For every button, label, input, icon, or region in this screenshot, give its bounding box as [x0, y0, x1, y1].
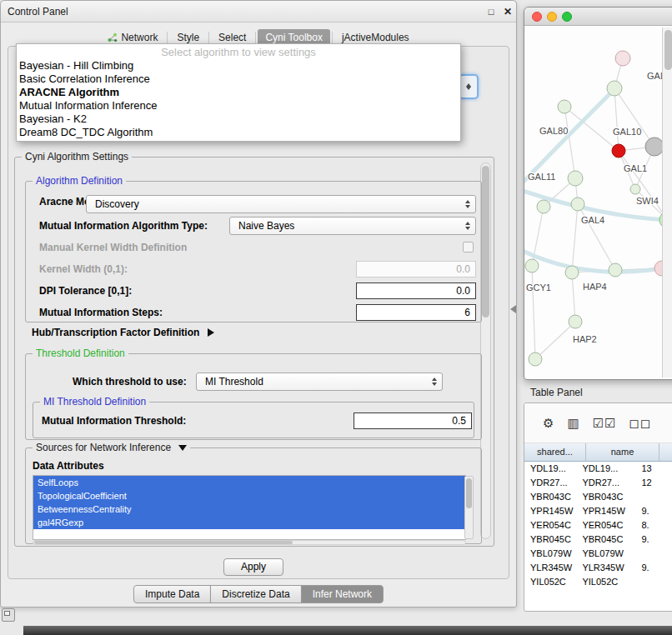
- sources-legend-toggle[interactable]: Sources for Network Inference: [33, 442, 190, 453]
- table-row[interactable]: YER054CYER054C8.: [524, 518, 672, 532]
- data-attributes-list[interactable]: SelfLoopsTopologicalCoefficientBetweenne…: [33, 475, 466, 540]
- mi-threshold-legend: MI Threshold Definition: [40, 396, 149, 408]
- network-canvas[interactable]: GAL7GAL80GAL10GAL11GAL1SWI4GAL4GCY1HAP4H…: [524, 26, 672, 380]
- table-cell: YIL052C: [524, 575, 576, 589]
- attributes-scrollbar-thumb[interactable]: [466, 478, 472, 508]
- dropdown-item-basic-correlation-inference[interactable]: Basic Correlation Inference: [17, 72, 460, 86]
- dpi-tolerance-field[interactable]: 0.0: [356, 282, 476, 299]
- network-node-2[interactable]: [558, 100, 571, 113]
- bottom-tab-impute-data[interactable]: Impute Data: [133, 585, 211, 603]
- kernel-width-field[interactable]: 0.0: [356, 261, 476, 278]
- network-graph[interactable]: GAL7GAL80GAL10GAL11GAL1SWI4GAL4GCY1HAP4H…: [524, 26, 672, 380]
- network-node-10[interactable]: [609, 263, 622, 277]
- table-row[interactable]: YPR145WYPR145W9.: [524, 504, 672, 518]
- dropdown-item-dream8-dc-tdc-algorithm[interactable]: Dream8 DC_TDC Algorithm: [17, 126, 460, 139]
- control-panel-window: Control Panel □ ✕ NetworkStyleSelectCyni…: [0, 0, 517, 608]
- tab-label: Cyni Toolbox: [265, 32, 322, 43]
- hub-definition-toggle[interactable]: Hub/Transcription Factor Definition: [32, 327, 214, 338]
- select-all-checks-icon[interactable]: ☑☑: [593, 416, 617, 431]
- apply-button[interactable]: Apply: [223, 558, 283, 576]
- table-toolbar: ⚙▥☑☑◻◻: [524, 403, 672, 443]
- network-node-15[interactable]: [529, 352, 542, 366]
- network-node-0[interactable]: [615, 51, 630, 66]
- tab-separator: [255, 32, 256, 43]
- attributes-hscrollbar[interactable]: [33, 540, 466, 545]
- minimize-traffic-light[interactable]: [547, 12, 557, 22]
- floating-panel-inner-icon: [4, 611, 10, 616]
- network-vscrollbar[interactable]: [662, 28, 672, 378]
- network-node-3[interactable]: [612, 144, 625, 158]
- network-node-14[interactable]: [569, 315, 582, 328]
- dropdown-item-bayesian-k2[interactable]: Bayesian - K2: [17, 112, 460, 126]
- mi-type-combo[interactable]: Naive Bayes: [229, 217, 476, 235]
- table-cell: YBL079W: [524, 547, 576, 561]
- network-edge: [614, 88, 619, 151]
- table-cell: YBL079W: [576, 547, 638, 561]
- cyni-algorithm-settings-group: Cyni Algorithm Settings Algorithm Defini…: [14, 157, 494, 547]
- bottom-tab-infer-network[interactable]: Infer Network: [301, 585, 384, 603]
- network-node-12[interactable]: [565, 266, 579, 279]
- dropdown-items: Bayesian - Hill ClimbingBasic Correlatio…: [17, 59, 460, 139]
- attribute-item-gal4rgexp[interactable]: gal4RGexp: [33, 516, 465, 529]
- table-cell: YER054C: [524, 518, 576, 532]
- dropdown-item-aracne-algorithm[interactable]: ARACNE Algorithm: [17, 86, 460, 99]
- column-header-name[interactable]: name: [586, 443, 659, 462]
- attributes-scrollbar[interactable]: [464, 476, 474, 539]
- table-row[interactable]: YBR043CYBR043C: [524, 490, 672, 504]
- dropdown-item-mutual-information-inference[interactable]: Mutual Information Inference: [17, 99, 460, 112]
- table-row[interactable]: YLR345WYLR345W9.: [524, 561, 672, 575]
- network-node-label-gal4: GAL4: [581, 215, 604, 225]
- network-node-4[interactable]: [645, 138, 664, 156]
- table-row[interactable]: YDL19...YDL19...13: [524, 462, 672, 476]
- floating-panel-icon[interactable]: [2, 608, 15, 622]
- zoom-traffic-light[interactable]: [562, 12, 572, 22]
- manual-kernel-checkbox[interactable]: [463, 242, 474, 252]
- hub-definition-label: Hub/Transcription Factor Definition: [32, 327, 199, 338]
- table-row[interactable]: YIL052CYIL052C: [524, 575, 672, 589]
- attribute-item-selfloops[interactable]: SelfLoops: [33, 476, 465, 489]
- network-node-9[interactable]: [571, 198, 584, 211]
- combo-arrows-icon: [460, 200, 475, 208]
- column-header-shared[interactable]: shared...: [524, 443, 586, 462]
- close-traffic-light[interactable]: [532, 12, 542, 22]
- network-icon: [108, 32, 118, 42]
- mi-steps-field[interactable]: 6: [356, 304, 476, 321]
- algorithm-combo-arrow-fragment[interactable]: [459, 74, 479, 99]
- network-node-6[interactable]: [630, 184, 640, 194]
- algorithm-definition-group: Algorithm Definition Aracne Mode: Discov…: [25, 181, 482, 322]
- network-node-5[interactable]: [568, 171, 583, 186]
- aracne-mode-value: Discovery: [87, 198, 460, 210]
- restore-window-icon[interactable]: □: [484, 5, 498, 18]
- mi-threshold-field[interactable]: 0.5: [354, 412, 472, 429]
- table-row[interactable]: YBL079WYBL079W: [524, 547, 672, 561]
- settings-gear-icon[interactable]: ⚙: [543, 416, 554, 431]
- clear-checks-icon[interactable]: ◻◻: [629, 416, 652, 431]
- dropdown-item-bayesian-hill-climbing[interactable]: Bayesian - Hill Climbing: [17, 59, 460, 72]
- aracne-mode-combo[interactable]: Discovery: [86, 195, 476, 213]
- manual-kernel-label: Manual Kernel Width Definition: [39, 238, 187, 257]
- which-threshold-combo[interactable]: MI Threshold: [196, 372, 443, 391]
- table-row[interactable]: YBR045CYBR045C9.: [524, 532, 672, 547]
- table-cell: [638, 490, 672, 504]
- table-row[interactable]: YDR27...YDR27...12: [524, 476, 672, 490]
- table-body: YDL19...YDL19...13YDR27...YDR27...12YBR0…: [524, 462, 672, 611]
- close-window-icon[interactable]: ✕: [501, 5, 514, 18]
- settings-scrollbar-thumb[interactable]: [482, 166, 489, 318]
- attribute-item-betweennesscentrality[interactable]: BetweennessCentrality: [33, 502, 465, 516]
- column-header-2[interactable]: [659, 443, 672, 462]
- network-node-11[interactable]: [525, 259, 539, 272]
- tab-label: Style: [177, 32, 199, 43]
- attributes-hscrollbar-thumb[interactable]: [34, 541, 293, 544]
- tab-label: Network: [121, 32, 158, 43]
- table-cell: [638, 547, 672, 561]
- panel-collapse-arrow-icon[interactable]: [510, 305, 516, 313]
- which-threshold-label: Which threshold to use:: [73, 372, 187, 391]
- network-node-8[interactable]: [537, 200, 550, 213]
- network-window-titlebar: [524, 8, 672, 26]
- bottom-tab-discretize-data[interactable]: Discretize Data: [210, 585, 301, 603]
- attribute-item-topologicalcoefficient[interactable]: TopologicalCoefficient: [33, 489, 465, 502]
- collapse-down-arrow-icon: [178, 445, 187, 451]
- show-columns-icon[interactable]: ▥: [567, 416, 579, 431]
- network-vscrollbar-thumb[interactable]: [664, 30, 672, 70]
- network-node-1[interactable]: [607, 81, 622, 96]
